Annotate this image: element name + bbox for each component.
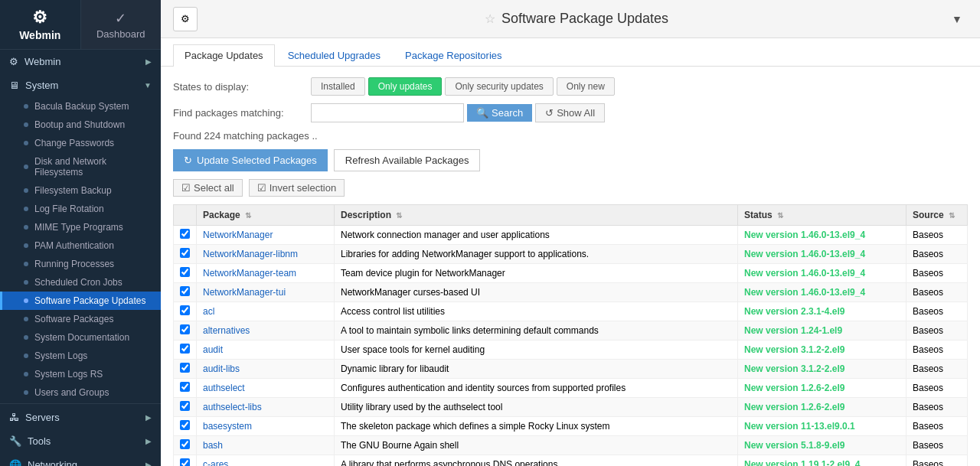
table-row: NetworkManager Network connection manage… <box>174 226 968 245</box>
servers-arrow: ▶ <box>145 413 152 422</box>
checkbox-6[interactable] <box>180 344 190 354</box>
sidebar-item-change-passwords[interactable]: Change Passwords <box>0 134 161 152</box>
select-all-button[interactable]: ☑ Select all <box>173 179 243 197</box>
dashboard-link[interactable]: ✓ Dashboard <box>80 0 162 49</box>
row-desc-5: A tool to maintain symbolic links determ… <box>335 321 738 341</box>
package-link-3[interactable]: NetworkManager-tui <box>203 287 286 298</box>
webmin-label: Webmin <box>19 29 60 41</box>
checkbox-3[interactable] <box>180 286 190 296</box>
sidebar-item-disk-network[interactable]: Disk and Network Filesystems <box>0 152 161 181</box>
filter-only-updates[interactable]: Only updates <box>368 77 443 96</box>
sidebar-item-system-logs-rs[interactable]: System Logs RS <box>0 365 161 383</box>
sidebar-item-system-documentation[interactable]: System Documentation <box>0 328 161 347</box>
package-link-9[interactable]: authselect-libs <box>203 402 262 412</box>
row-package-11: bash <box>197 436 335 455</box>
col-header-check <box>174 205 197 226</box>
row-source-12: Baseos <box>906 455 968 467</box>
package-link-0[interactable]: NetworkManager <box>203 230 273 240</box>
webmin-logo[interactable]: ⚙ Webmin <box>0 0 80 49</box>
package-link-2[interactable]: NetworkManager-team <box>203 268 296 279</box>
sidebar-item-mime-type[interactable]: MIME Type Programs <box>0 218 161 236</box>
package-link-5[interactable]: alternatives <box>203 325 250 336</box>
checkbox-12[interactable] <box>180 458 190 466</box>
package-link-6[interactable]: audit <box>203 344 223 355</box>
sidebar-item-software-package-updates[interactable]: Software Package Updates <box>0 292 161 310</box>
bullet-bacula <box>24 104 28 109</box>
checkbox-11[interactable] <box>180 439 190 449</box>
sidebar-item-servers[interactable]: 🖧Servers▶ <box>0 406 161 429</box>
sidebar-item-software-packages[interactable]: Software Packages <box>0 310 161 328</box>
system-arrow: ▼ <box>144 81 152 90</box>
sidebar-item-networking[interactable]: 🌐Networking▶ <box>0 453 161 466</box>
search-input[interactable] <box>311 103 464 122</box>
search-button[interactable]: 🔍 Search <box>467 104 532 122</box>
package-link-10[interactable]: basesystem <box>203 421 252 432</box>
update-selected-button[interactable]: ↻ Update Selected Packages <box>173 149 328 171</box>
tab-scheduled-upgrades[interactable]: Scheduled Upgrades <box>276 44 392 66</box>
row-status-7: New version 3.1.2-2.el9 <box>738 360 906 379</box>
checkbox-0[interactable] <box>180 229 190 239</box>
sort-description[interactable]: ⇅ <box>396 211 402 220</box>
table-row: authselect-libs Utility library used by … <box>174 398 968 417</box>
checkbox-5[interactable] <box>180 324 190 334</box>
sidebar-item-bacula[interactable]: Bacula Backup System <box>0 97 161 116</box>
col-header-package: Package ⇅ <box>197 205 335 226</box>
sidebar-item-system-logs[interactable]: System Logs <box>0 347 161 365</box>
servers-icon: 🖧 <box>9 412 19 423</box>
package-link-12[interactable]: c-ares <box>203 459 228 466</box>
checkbox-2[interactable] <box>180 267 190 277</box>
sidebar-item-log-file-rotation[interactable]: Log File Rotation <box>0 200 161 218</box>
checkbox-8[interactable] <box>180 382 190 392</box>
col-header-description: Description ⇅ <box>335 205 738 226</box>
nav-section-system: 🖥 System ▼ Bacula Backup SystemBootup an… <box>0 73 161 402</box>
refresh-packages-button[interactable]: Refresh Available Packages <box>334 149 481 171</box>
filter-only-security[interactable]: Only security updates <box>445 77 553 96</box>
row-checkbox-4 <box>174 302 197 321</box>
checkbox-4[interactable] <box>180 305 190 315</box>
bullet-filesystem-backup <box>24 188 28 193</box>
tab-package-updates[interactable]: Package Updates <box>173 44 275 67</box>
filter-installed[interactable]: Installed <box>311 77 365 96</box>
sidebar-item-users-groups[interactable]: Users and Groups <box>0 383 161 402</box>
main-content: ⚙ ☆ Software Package Updates ▼ Package U… <box>161 0 980 466</box>
filter-only-new[interactable]: Only new <box>557 77 615 96</box>
sort-status[interactable]: ⇅ <box>777 211 783 220</box>
show-all-button[interactable]: ↺ Show All <box>535 103 605 122</box>
row-checkbox-11 <box>174 436 197 455</box>
sidebar-item-running-processes[interactable]: Running Processes <box>0 255 161 273</box>
package-link-7[interactable]: audit-libs <box>203 363 240 374</box>
tab-package-repositories[interactable]: Package Repositories <box>394 44 513 66</box>
state-filter-buttons: Installed Only updates Only security upd… <box>311 77 615 96</box>
table-row: authselect Configures authentication and… <box>174 379 968 398</box>
sidebar-item-tools[interactable]: 🔧Tools▶ <box>0 429 161 453</box>
package-link-4[interactable]: acl <box>203 306 214 317</box>
sidebar-item-filesystem-backup[interactable]: Filesystem Backup <box>0 181 161 200</box>
row-package-6: audit <box>197 341 335 360</box>
sidebar-item-scheduled-cron[interactable]: Scheduled Cron Jobs <box>0 273 161 292</box>
package-link-8[interactable]: authselect <box>203 383 245 393</box>
invert-selection-button[interactable]: ☑ Invert selection <box>249 179 345 197</box>
sidebar-item-system[interactable]: 🖥 System ▼ <box>0 73 161 97</box>
table-row: audit-libs Dynamic library for libaudit … <box>174 360 968 379</box>
checkbox-9[interactable] <box>180 401 190 411</box>
package-link-1[interactable]: NetworkManager-libnm <box>203 249 298 259</box>
row-source-4: Baseos <box>906 302 968 321</box>
system-nav-label: System <box>25 80 58 91</box>
filter-icon-button[interactable]: ▼ <box>946 8 968 30</box>
checkbox-1[interactable] <box>180 248 190 258</box>
row-package-10: basesystem <box>197 417 335 436</box>
package-link-11[interactable]: bash <box>203 440 223 451</box>
sidebar-item-webmin[interactable]: ⚙ Webmin ▶ <box>0 50 161 73</box>
settings-icon-button[interactable]: ⚙ <box>173 7 198 31</box>
col-header-status: Status ⇅ <box>738 205 906 226</box>
checkbox-10[interactable] <box>180 420 190 430</box>
bullet-pam-auth <box>24 243 28 248</box>
sort-package[interactable]: ⇅ <box>245 211 251 220</box>
sidebar-item-pam-auth[interactable]: PAM Authentication <box>0 236 161 255</box>
checkbox-icon: ☑ <box>181 182 191 194</box>
row-checkbox-1 <box>174 245 197 264</box>
sort-source[interactable]: ⇅ <box>949 211 955 220</box>
row-status-6: New version 3.1.2-2.el9 <box>738 341 906 360</box>
sidebar-item-bootup[interactable]: Bootup and Shutdown <box>0 116 161 134</box>
checkbox-7[interactable] <box>180 363 190 373</box>
